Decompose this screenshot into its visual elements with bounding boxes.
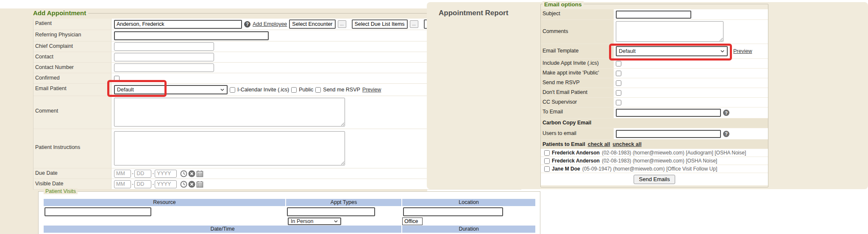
appt-types-column-header: Appt Types bbox=[286, 199, 401, 206]
office-input[interactable] bbox=[402, 217, 423, 225]
subject-row: Subject bbox=[541, 9, 768, 20]
patients-header: Patients to Email bbox=[542, 141, 585, 147]
chevron-down-icon bbox=[334, 220, 338, 223]
duration-column-header: Duration bbox=[402, 226, 535, 233]
include-invite-label: Include Appt Invite (.ics) bbox=[541, 59, 614, 68]
email-template-label: Email Template bbox=[541, 44, 614, 58]
date-separator: - bbox=[132, 171, 134, 176]
add-appointment-title: Add Appointment bbox=[33, 9, 89, 17]
confirmed-label: Confirmed bbox=[33, 73, 111, 83]
email-patient-select[interactable]: Default bbox=[114, 85, 228, 94]
due-date-mm-input[interactable] bbox=[114, 170, 131, 178]
include-invite-checkbox[interactable] bbox=[616, 61, 621, 66]
calendar-icon[interactable] bbox=[196, 170, 203, 177]
resource-input[interactable] bbox=[45, 207, 151, 216]
patient-checkbox[interactable] bbox=[544, 166, 550, 172]
icalendar-checkbox[interactable] bbox=[230, 87, 235, 93]
email-patient-label: Email Patient bbox=[33, 84, 111, 96]
clear-date-icon[interactable] bbox=[188, 181, 195, 188]
patient-name: Jane M Doe bbox=[552, 166, 580, 172]
chief-complaint-input[interactable] bbox=[114, 42, 214, 51]
select-encounter-button[interactable]: Select Encounter bbox=[289, 19, 335, 29]
rsvp-checkbox[interactable] bbox=[315, 87, 321, 93]
due-date-dd-input[interactable] bbox=[134, 170, 151, 178]
clock-icon[interactable] bbox=[180, 181, 187, 188]
calendar-icon[interactable] bbox=[196, 181, 203, 188]
comment-textarea[interactable] bbox=[114, 98, 345, 127]
patient-checkbox[interactable] bbox=[544, 158, 550, 164]
due-date-yyyy-input[interactable] bbox=[155, 170, 177, 178]
patient-email-row: Jane M Doe (05-09-1947) (horner@mieweb.c… bbox=[541, 165, 768, 173]
patient-email-row: Frederick Anderson (02-08-1983) (horner@… bbox=[541, 157, 768, 165]
referring-physician-label: Referring Physician bbox=[33, 30, 111, 41]
public-label: Public bbox=[299, 87, 313, 93]
patient-checkbox[interactable] bbox=[544, 150, 550, 156]
make-public-checkbox[interactable] bbox=[616, 71, 621, 76]
cc-supervisor-row: CC Supervisor bbox=[541, 98, 768, 107]
preview-link[interactable]: Preview bbox=[362, 87, 381, 93]
subject-input[interactable] bbox=[616, 11, 691, 19]
appt-types-input[interactable] bbox=[287, 207, 375, 216]
help-icon[interactable]: ? bbox=[244, 21, 250, 28]
visible-date-dd-input[interactable] bbox=[134, 180, 151, 188]
to-email-input[interactable] bbox=[616, 109, 721, 117]
location-column-header: Location bbox=[402, 199, 535, 206]
contact-number-label: Contact Number bbox=[33, 63, 111, 73]
email-template-select[interactable]: Default bbox=[616, 46, 728, 56]
check-all-link[interactable]: check all bbox=[588, 141, 610, 147]
make-public-row: Make appt invite 'Public' bbox=[541, 69, 768, 78]
visible-date-label: Visible Date bbox=[33, 179, 111, 189]
patient-visits-table: Resource Appt Types Location In Person D… bbox=[44, 199, 535, 233]
date-separator: - bbox=[152, 171, 154, 176]
users-to-email-input[interactable] bbox=[616, 130, 721, 138]
visit-mode-select[interactable]: In Person bbox=[288, 217, 341, 225]
dont-email-checkbox[interactable] bbox=[616, 90, 621, 96]
patient-details: (02-08-1983) (horner@mieweb.com) [OSHA N… bbox=[602, 158, 717, 164]
carbon-copy-header-row: Carbon Copy Email bbox=[541, 118, 768, 128]
patient-instructions-label: Patient Instructions bbox=[33, 129, 111, 168]
resource-column-header: Resource bbox=[44, 199, 285, 206]
public-checkbox[interactable] bbox=[291, 87, 297, 93]
cc-supervisor-checkbox[interactable] bbox=[616, 100, 621, 105]
users-to-email-row: Users to email ? bbox=[541, 128, 768, 140]
add-employee-link[interactable]: Add Employee bbox=[253, 21, 287, 27]
visible-date-mm-input[interactable] bbox=[114, 180, 131, 188]
chief-complaint-label: Chief Complaint bbox=[33, 41, 111, 52]
select-due-list-button[interactable]: Select Due List Items bbox=[352, 19, 408, 29]
contact-number-input[interactable] bbox=[114, 63, 214, 72]
help-icon[interactable]: ? bbox=[723, 131, 729, 137]
help-icon[interactable]: ? bbox=[723, 110, 729, 116]
due-date-label: Due Date bbox=[33, 168, 111, 179]
send-rsvp-checkbox[interactable] bbox=[616, 80, 621, 86]
comments-row: Comments bbox=[541, 20, 768, 44]
rsvp-label: Send me RSVP bbox=[323, 87, 360, 93]
contact-label: Contact bbox=[33, 52, 111, 62]
patient-name: Frederick Anderson bbox=[552, 158, 600, 164]
template-preview-link[interactable]: Preview bbox=[733, 48, 752, 54]
dont-email-label: Don't Email Patient bbox=[541, 88, 614, 97]
contact-input[interactable] bbox=[114, 53, 214, 61]
confirmed-checkbox[interactable] bbox=[114, 76, 120, 81]
patient-input[interactable] bbox=[114, 20, 242, 29]
chevron-down-icon bbox=[220, 88, 224, 91]
comments-textarea[interactable] bbox=[616, 21, 723, 42]
due-list-ellipsis-button[interactable]: ... bbox=[410, 20, 418, 28]
icalendar-label: I-Calendar Invite (.ics) bbox=[237, 87, 289, 93]
clear-date-icon[interactable] bbox=[188, 170, 195, 177]
patient-instructions-textarea[interactable] bbox=[114, 131, 345, 165]
email-template-row: Email Template Default Preview bbox=[541, 44, 768, 59]
send-rsvp-label: Send me RSVP bbox=[541, 78, 614, 88]
referring-physician-input[interactable] bbox=[114, 31, 269, 40]
uncheck-all-link[interactable]: uncheck all bbox=[613, 141, 642, 147]
comment-label: Comment bbox=[33, 96, 111, 129]
clock-icon[interactable] bbox=[180, 170, 187, 177]
users-to-email-label: Users to email bbox=[541, 128, 614, 139]
send-emails-button[interactable]: Send Emails bbox=[634, 175, 676, 184]
chevron-down-icon bbox=[721, 50, 724, 52]
encounter-ellipsis-button[interactable]: ... bbox=[338, 20, 346, 28]
email-options-fieldset: Email options Subject Comments Email Tem… bbox=[540, 4, 768, 187]
visible-date-yyyy-input[interactable] bbox=[155, 180, 177, 188]
location-input[interactable] bbox=[403, 207, 503, 216]
patient-label: Patient bbox=[33, 19, 111, 30]
to-email-label: To Email bbox=[541, 107, 614, 118]
